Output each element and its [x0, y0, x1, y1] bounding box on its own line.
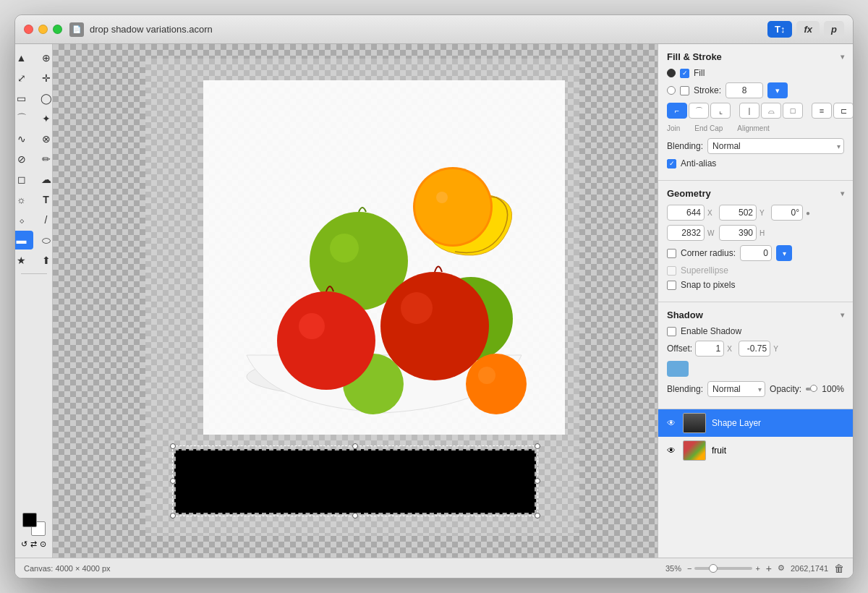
svg-point-11	[401, 292, 433, 324]
snap-checkbox[interactable]	[667, 281, 676, 290]
reset-colors-icon[interactable]: ↺	[21, 539, 27, 549]
endcap-butt-btn[interactable]: |	[739, 103, 760, 119]
crop-tool[interactable]: ⤢	[15, 69, 33, 88]
snap-row: Snap to pixels	[667, 280, 844, 290]
pen-tool[interactable]: ⬦	[15, 210, 33, 229]
angle-input[interactable]: 0°	[771, 205, 803, 221]
select-tool[interactable]: ▲	[15, 48, 33, 67]
join-bevel-btn[interactable]: ⌞	[710, 103, 731, 119]
stroke-checkbox[interactable]	[680, 86, 689, 95]
shadow-opacity-slider[interactable]	[806, 388, 817, 391]
lasso-tool[interactable]: ⌒	[15, 109, 33, 128]
settings-icon[interactable]: ⚙	[778, 563, 785, 573]
corner-radius-checkbox[interactable]	[667, 249, 676, 258]
geometry-collapse[interactable]: ▾	[841, 189, 844, 197]
fill-checkbox[interactable]: ✓	[680, 69, 689, 78]
layer-name-shape: Shape Layer	[712, 418, 761, 428]
x-label: X	[707, 209, 716, 217]
blending-row: Blending: Normal ▾	[667, 138, 844, 154]
titlebar-actions: T↕ fx p	[767, 21, 844, 38]
rect-select-tool[interactable]: ▭	[15, 89, 33, 108]
zoom-slider[interactable]	[694, 567, 752, 570]
fill-stroke-collapse[interactable]: ▾	[841, 53, 844, 61]
shadow-blending-label: Blending:	[667, 384, 703, 394]
text-tool-button[interactable]: T↕	[767, 21, 792, 38]
eyedropper-tool[interactable]: ⊘	[15, 150, 33, 168]
geometry-header: Geometry ▾	[667, 188, 844, 199]
h-input[interactable]: 390	[719, 225, 757, 241]
shadow-color-preview[interactable]	[667, 361, 689, 377]
stroke-value[interactable]: 8	[726, 82, 763, 98]
brush-tool[interactable]: ∿	[15, 129, 33, 148]
stroke-radio[interactable]	[667, 86, 676, 95]
layer-item-fruit[interactable]: 👁 fruit	[658, 437, 853, 464]
superellipse-row: Superellipse	[667, 265, 844, 276]
maximize-button[interactable]	[53, 25, 62, 34]
angle-dot: ●	[806, 209, 810, 217]
superellipse-checkbox[interactable]	[667, 266, 676, 276]
join-round-btn[interactable]: ⌒	[689, 103, 709, 119]
rect-shape-tool[interactable]: ▬	[15, 231, 33, 249]
y-input[interactable]: 502	[719, 205, 757, 221]
shadow-collapse[interactable]: ▾	[841, 311, 844, 319]
superellipse-label: Superellipse	[681, 265, 728, 276]
canvas-area[interactable]	[53, 44, 658, 558]
tool-group-eyedrop: ⊘ ✏	[15, 150, 58, 168]
corner-radius-dropdown[interactable]: ▾	[776, 245, 792, 261]
traffic-lights	[24, 25, 62, 34]
align-center-btn[interactable]: ≡	[812, 103, 832, 119]
corner-radius-input[interactable]: 0	[740, 245, 772, 261]
align-inside-btn[interactable]: ⊏	[833, 103, 853, 119]
enable-shadow-checkbox[interactable]	[667, 327, 676, 336]
canvas-document	[145, 59, 579, 536]
antialias-label: Anti-alias	[681, 158, 716, 168]
w-input[interactable]: 2832	[667, 225, 705, 241]
layer-item-shape[interactable]: 👁 Shape Layer	[658, 409, 853, 437]
minimize-button[interactable]	[38, 25, 48, 34]
tool-divider	[21, 273, 47, 274]
shadow-offset-y[interactable]: -0.75	[739, 341, 770, 357]
join-miter-btn[interactable]: ⌐	[667, 103, 687, 119]
fill-stroke-section: Fill & Stroke ▾ ✓ Fill Stroke: 8 ▾	[658, 44, 853, 181]
alignment-label: Alignment	[737, 124, 769, 132]
layer-eye-shape[interactable]: 👁	[665, 417, 677, 429]
x-input[interactable]: 644	[667, 205, 705, 221]
zoom-thumb	[709, 564, 718, 573]
fg-bg-swatches[interactable]	[22, 513, 46, 536]
antialias-checkbox[interactable]: ✓	[667, 159, 676, 168]
foreground-color-swatch[interactable]	[22, 513, 37, 527]
close-button[interactable]	[24, 25, 33, 34]
w-label: W	[707, 229, 716, 237]
statusbar: Canvas: 4000 × 4000 px 35% − + + ⚙ 2062,…	[15, 558, 853, 578]
fill-radio[interactable]	[667, 69, 676, 77]
blending-label: Blending:	[667, 141, 703, 151]
shadow-blending-dropdown[interactable]: Normal ▾	[707, 381, 765, 397]
p-button[interactable]: p	[824, 21, 844, 38]
zoom-in-icon[interactable]: +	[755, 564, 760, 573]
erase-tool[interactable]: ◻	[15, 170, 33, 189]
y-label: Y	[760, 209, 768, 217]
layer-eye-fruit[interactable]: 👁	[665, 445, 677, 456]
add-layer-icon[interactable]: +	[766, 563, 772, 574]
zoom-slider-area: − +	[687, 564, 760, 573]
zoom-out-icon[interactable]: −	[687, 564, 692, 573]
left-toolbar: ▲ ⊕ ⤢ ✛ ▭ ◯ ⌒ ✦ ∿ ⊗ ⊘ ✏	[15, 44, 53, 558]
endcap-square-btn[interactable]: □	[783, 103, 803, 119]
join-label: Join	[667, 124, 680, 132]
stroke-color-btn[interactable]: ▾	[767, 82, 788, 98]
fx-button[interactable]: fx	[796, 21, 820, 38]
fill-stroke-header: Fill & Stroke ▾	[667, 51, 844, 62]
shadow-opacity-value: 100%	[822, 384, 844, 394]
main-area: ▲ ⊕ ⤢ ✛ ▭ ◯ ⌒ ✦ ∿ ⊗ ⊘ ✏	[15, 44, 853, 558]
dodge-tool[interactable]: ☼	[15, 190, 33, 209]
shadow-offset-x[interactable]: 1	[695, 341, 724, 357]
swap-colors-icon[interactable]: ⇄	[30, 539, 37, 549]
star-tool[interactable]: ★	[15, 251, 33, 270]
delete-icon[interactable]: 🗑	[834, 563, 844, 574]
blending-dropdown[interactable]: Normal ▾	[707, 138, 844, 154]
endcap-round-btn[interactable]: ⌓	[761, 103, 781, 119]
fill-stroke-title: Fill & Stroke	[667, 51, 722, 62]
fruit-layer	[203, 80, 565, 435]
join-group: ⌐ ⌒ ⌞	[667, 103, 731, 119]
zoom-fit-icon[interactable]: ⊙	[40, 539, 46, 549]
